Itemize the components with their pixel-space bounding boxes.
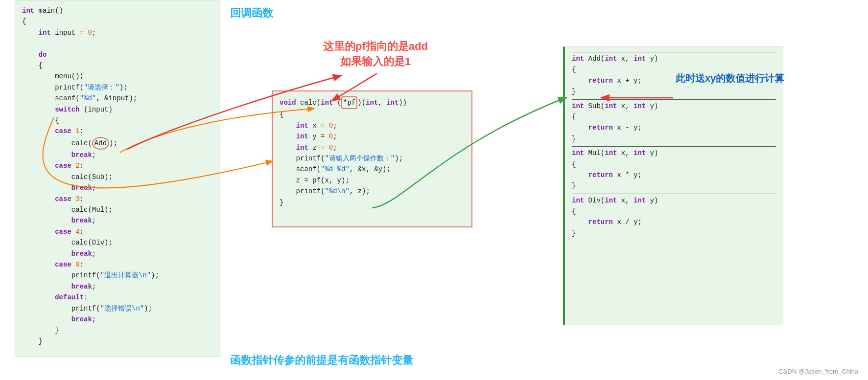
code-line: { bbox=[572, 112, 776, 122]
code-line: } bbox=[572, 134, 776, 144]
mul-function-block: int Mul(int x, int y) { return x * y; } bbox=[572, 146, 776, 192]
code-line: scanf("%d %d", &x, &y); bbox=[280, 164, 465, 175]
bottom-annotation: 函数指针传参的前提是有函数指针变量 bbox=[230, 353, 413, 368]
code-line: break; bbox=[22, 215, 213, 226]
code-line: return x / y; bbox=[572, 217, 776, 227]
code-line: int y = 0; bbox=[280, 131, 465, 142]
code-line: z = pf(x, y); bbox=[280, 175, 465, 186]
code-line: break; bbox=[22, 314, 213, 325]
code-line: printf("%d\n", z); bbox=[280, 186, 465, 197]
code-line: calc(Add); bbox=[22, 137, 213, 150]
code-line: break; bbox=[22, 281, 213, 292]
code-line: return x - y; bbox=[572, 122, 776, 133]
code-line: switch (input) bbox=[22, 104, 213, 115]
csdn-credit: CSDN @Jason_from_China bbox=[778, 368, 858, 375]
code-line: } bbox=[572, 228, 776, 239]
code-line: int Sub(int x, int y) bbox=[572, 99, 776, 112]
code-line: calc(Mul); bbox=[22, 204, 213, 215]
code-line: case 3: bbox=[22, 194, 213, 204]
code-line: { bbox=[22, 60, 213, 71]
code-line: break; bbox=[22, 150, 213, 160]
code-line: int Add(int x, int y) bbox=[572, 52, 776, 64]
code-line: void calc(int (*pf)(int, int)) bbox=[280, 96, 465, 109]
code-line: int z = 0; bbox=[280, 142, 465, 153]
code-line: break; bbox=[22, 182, 213, 193]
mid-code-panel: void calc(int (*pf)(int, int)) { int x =… bbox=[272, 90, 472, 227]
code-line: printf("退出计算器\n"); bbox=[22, 270, 213, 281]
code-line: case 1: bbox=[22, 126, 213, 136]
code-line: case 2: bbox=[22, 160, 213, 171]
code-line: } bbox=[22, 336, 213, 347]
xy-annotation: 此时送xy的数值进行计算 bbox=[676, 71, 784, 86]
code-line: } bbox=[572, 180, 776, 191]
pf-annotation: 这里的pf指向的是add 如果输入的是1 bbox=[323, 39, 428, 69]
sub-function-block: int Sub(int x, int y) { return x - y; } bbox=[572, 99, 776, 145]
code-line: printf("请输入两个操作数："); bbox=[280, 153, 465, 164]
code-line: } bbox=[280, 197, 465, 208]
code-line: calc(Div); bbox=[22, 237, 213, 248]
code-line: int x = 0; bbox=[280, 120, 465, 131]
code-line: { bbox=[572, 206, 776, 217]
code-line: case 0: bbox=[22, 259, 213, 270]
code-line bbox=[22, 38, 213, 49]
code-line: case 4: bbox=[22, 226, 213, 237]
code-line: return x * y; bbox=[572, 170, 776, 180]
code-line: menu(); bbox=[22, 71, 213, 82]
code-line: printf("请选择："); bbox=[22, 82, 213, 93]
code-line: scanf("%d", &input); bbox=[22, 93, 213, 104]
right-code-panel: int Add(int x, int y) { return x + y; } … bbox=[563, 46, 783, 325]
code-line: { bbox=[22, 16, 213, 27]
code-line: int Div(int x, int y) bbox=[572, 194, 776, 206]
code-line: calc(Sub); bbox=[22, 172, 213, 182]
code-line: printf("选择错误\n"); bbox=[22, 303, 213, 314]
code-line: int Mul(int x, int y) bbox=[572, 146, 776, 158]
code-line: } bbox=[22, 325, 213, 335]
code-line: do bbox=[22, 49, 213, 60]
code-line: { bbox=[22, 115, 213, 126]
code-line: } bbox=[572, 86, 776, 97]
left-code-panel: int main() { int input = 0; do { menu();… bbox=[15, 0, 220, 357]
div-function-block: int Div(int x, int y) { return x / y; } bbox=[572, 194, 776, 239]
code-line: { bbox=[572, 159, 776, 170]
code-line: default: bbox=[22, 292, 213, 303]
callback-annotation: 回调函数 bbox=[230, 6, 273, 21]
code-line: break; bbox=[22, 248, 213, 259]
code-line: { bbox=[280, 109, 465, 120]
code-line: int input = 0; bbox=[22, 27, 213, 38]
code-line: int main() bbox=[22, 5, 213, 16]
